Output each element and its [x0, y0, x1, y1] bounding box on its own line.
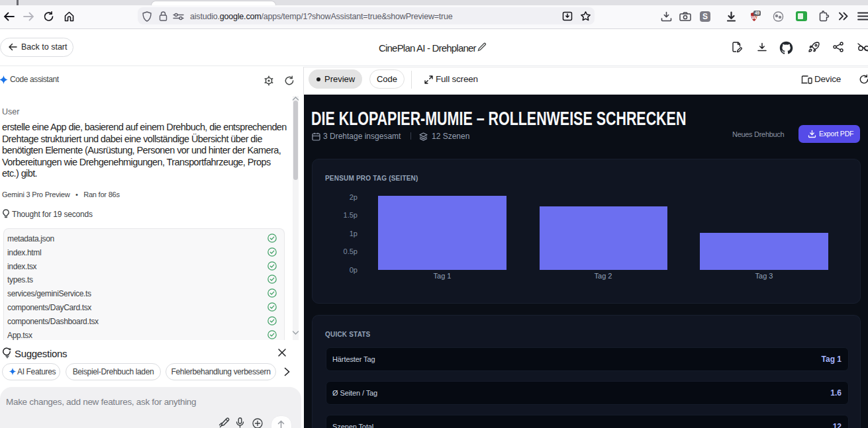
svg-text:49: 49: [755, 11, 760, 15]
